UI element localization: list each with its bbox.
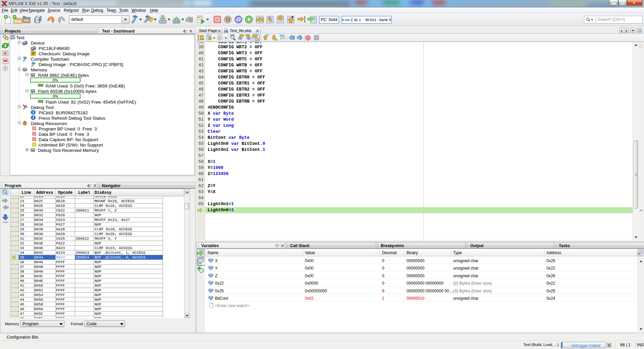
svg-text:PB: PB: [225, 30, 228, 33]
svg-text:PDF: PDF: [4, 60, 8, 62]
svg-text:?: ?: [4, 66, 6, 70]
